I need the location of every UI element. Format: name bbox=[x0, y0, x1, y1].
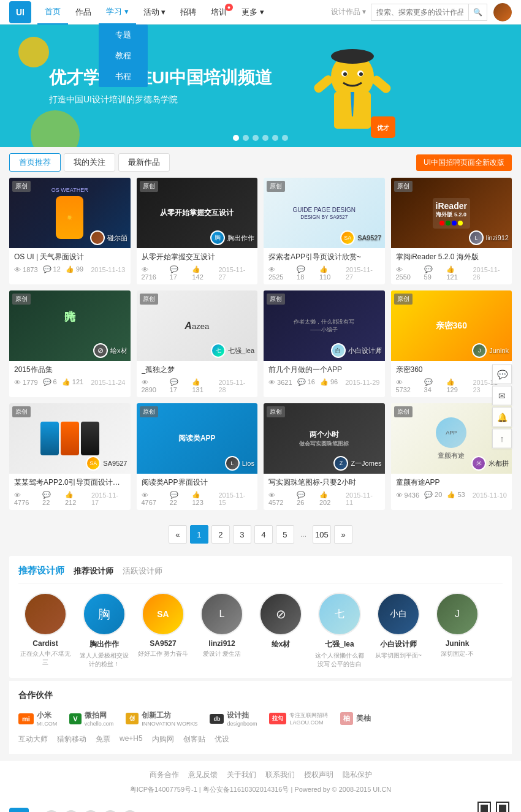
footer-link-business[interactable]: 商务合作 bbox=[150, 770, 179, 780]
designer-card-1[interactable]: Cardist 正在众人中,不堪无三 bbox=[18, 593, 72, 669]
partner-lagou[interactable]: 拉勾 专注互联网招聘 LAGOU.COM bbox=[269, 711, 328, 726]
search-input[interactable] bbox=[371, 4, 469, 21]
user-avatar[interactable] bbox=[493, 3, 512, 21]
nav-activity[interactable]: 活动 ▾ bbox=[136, 0, 173, 25]
dot-3[interactable] bbox=[253, 135, 259, 141]
stat-views-10: 👁 4767 bbox=[142, 491, 165, 506]
dot-1[interactable] bbox=[233, 135, 239, 141]
designer-card-3[interactable]: SA SA9527 好好工作 努力奋斗 bbox=[136, 593, 190, 669]
dot-5[interactable] bbox=[272, 135, 278, 141]
side-btn-1[interactable]: 💬 bbox=[492, 364, 512, 384]
link-liebao[interactable]: 猎豹移动 bbox=[57, 734, 86, 745]
work-card-7[interactable]: 原创 作者太懒，什么都没有写——小编子 白 小白设计师 前几个月做的一个APP … bbox=[264, 290, 385, 397]
stat-views-12: 👁 9436 bbox=[396, 491, 420, 499]
page-next[interactable]: » bbox=[334, 525, 352, 544]
work-card-5[interactable]: 原创 時光 ⊘ 绘x材 2015作品集 👁 1779 💬 6 👍 121 201… bbox=[9, 290, 131, 397]
banner-subtitle: 打造中国UI设计培训的罗德岛学院 bbox=[49, 94, 272, 105]
dot-6[interactable] bbox=[282, 135, 288, 141]
work-label-1: 原创 bbox=[12, 181, 31, 192]
footer-link-privacy[interactable]: 隐私保护 bbox=[343, 770, 372, 780]
page-ellipsis: ... bbox=[297, 530, 310, 539]
nav-more[interactable]: 更多 ▾ bbox=[234, 0, 272, 25]
footer-link-about[interactable]: 关于我们 bbox=[227, 770, 256, 780]
work-card-2[interactable]: 原创 从零开始掌握交互设计 胸 胸出作作 从零开始掌握交互设计 👁 2716 💬… bbox=[137, 178, 258, 284]
announce-button[interactable]: UI中国招聘页面全新改版 bbox=[416, 154, 512, 171]
designer-card-6[interactable]: 七 七强_lea 这个人很懒什么都没写 公平的告白 bbox=[313, 593, 367, 669]
link-neigou[interactable]: 内购网 bbox=[152, 734, 174, 745]
stat-comments-4: 💬 59 bbox=[424, 265, 442, 281]
work-card-11[interactable]: 原创 两个小时 做会写实圆珠笔图标 Z Z一Jomes 写实圆珠笔图标-只要2小… bbox=[264, 403, 385, 510]
dot-2[interactable] bbox=[243, 135, 249, 141]
page-105[interactable]: 105 bbox=[313, 525, 331, 544]
designer-card-7[interactable]: 小白 小白设计师 从零切图到平面~ bbox=[371, 593, 425, 669]
dropdown-zhuanti[interactable]: 专题 bbox=[99, 25, 148, 45]
designer-card-8[interactable]: J Junink 深切固定-不 bbox=[430, 593, 484, 669]
designer-card-4[interactable]: L linzi912 爱设计 爱生活 bbox=[195, 593, 249, 669]
dropdown-shucheng[interactable]: 书程 bbox=[99, 66, 148, 87]
tab-latest-works[interactable]: 最新作品 bbox=[118, 153, 170, 172]
search-button[interactable]: 🔍 bbox=[469, 4, 487, 21]
work-title-5: 2015作品集 bbox=[14, 365, 126, 375]
designer-card-2[interactable]: 胸 胸出作作 迷人人爱极相交设计的粉丝！ bbox=[77, 593, 131, 669]
link-hudong[interactable]: 互动大师 bbox=[18, 734, 48, 745]
partner-meiyou[interactable]: 柚 美柚 bbox=[340, 712, 371, 725]
partner-innovation[interactable]: 创 创新工坊 INNOVATION WORKS bbox=[126, 710, 197, 727]
page-prev[interactable]: « bbox=[169, 525, 187, 544]
footer-link-contact[interactable]: 联系我们 bbox=[265, 770, 295, 780]
designers-title: 推荐设计师 bbox=[18, 565, 64, 577]
side-btn-top[interactable]: ↑ bbox=[492, 428, 512, 448]
stat-date-1: 2015-11-13 bbox=[91, 266, 125, 273]
nav-training[interactable]: 培训 ● bbox=[203, 0, 234, 25]
design-works-link[interactable]: 设计作品 ▾ bbox=[331, 7, 366, 17]
page-2[interactable]: 2 bbox=[211, 525, 230, 544]
link-chuangketie[interactable]: 创客贴 bbox=[183, 734, 205, 745]
footer-link-auth[interactable]: 授权声明 bbox=[304, 770, 333, 780]
work-thumb-text-8: 亲密360 bbox=[427, 311, 476, 341]
tab-my-follows[interactable]: 我的关注 bbox=[64, 153, 115, 172]
nav-home[interactable]: 首页 bbox=[37, 0, 68, 25]
svg-point-5 bbox=[343, 72, 347, 76]
work-card-1[interactable]: 原创 OS WEATHER ☀️ 碰尔皕 OS UI | 天气界面设计 👁 18… bbox=[9, 178, 131, 284]
work-card-10[interactable]: 原创 阅读类APP L Lios 阅读类APP界面设计 👁 4767 💬 22 … bbox=[137, 403, 258, 510]
tab-homepage-recommend[interactable]: 首页推荐 bbox=[9, 153, 61, 172]
stat-comments-8: 💬 34 bbox=[424, 378, 442, 393]
svg-point-2 bbox=[331, 49, 374, 64]
page-4[interactable]: 4 bbox=[254, 525, 273, 544]
author-name-9: SA9527 bbox=[103, 460, 127, 467]
work-author-1: 碰尔皕 bbox=[90, 230, 127, 245]
designer-avatar-4: L bbox=[200, 593, 243, 636]
author-avatar-8: J bbox=[472, 343, 487, 358]
banner-decoration-yellow bbox=[18, 37, 49, 67]
designer-card-5[interactable]: ⊘ 绘x材 bbox=[254, 593, 308, 669]
link-weh5[interactable]: we+H5 bbox=[120, 734, 143, 745]
link-youset[interactable]: 优设 bbox=[215, 734, 229, 745]
work-thumb-text-6: Aazea bbox=[175, 311, 218, 341]
work-author-10: L Lios bbox=[225, 456, 254, 471]
dot-4[interactable] bbox=[262, 135, 268, 141]
logo[interactable]: UI bbox=[9, 1, 31, 23]
dropdown-jiaocheng[interactable]: 教程 bbox=[99, 45, 148, 66]
link-mianpiao[interactable]: 免票 bbox=[96, 734, 110, 745]
work-author-5: ⊘ 绘x材 bbox=[93, 343, 127, 358]
partner-designboom[interactable]: db 设计拙 designboom bbox=[210, 710, 257, 727]
xiaomi-icon: mi bbox=[18, 713, 34, 724]
partner-vchello[interactable]: V 微拍网 vchello.com bbox=[69, 710, 113, 727]
tab-recommended-designers[interactable]: 推荐设计师 bbox=[74, 566, 113, 577]
page-1[interactable]: 1 bbox=[190, 525, 208, 544]
work-card-6[interactable]: 原创 Aazea 七 七强_lea _孤独之梦 👁 2890 💬 17 👍 13… bbox=[137, 290, 258, 397]
nav-works[interactable]: 作品 bbox=[68, 0, 99, 25]
side-btn-2[interactable]: ✉ bbox=[492, 385, 512, 405]
work-card-9[interactable]: 原创 SA SA9527 某某驾考APP2.0引导页面设计欣赏~ 👁 4776 … bbox=[9, 403, 131, 510]
work-label-6: 原创 bbox=[140, 294, 158, 305]
work-card-3[interactable]: 原创 GUIDE PAGE DESIGNDESIGN BY SA9527 SA … bbox=[264, 178, 385, 284]
svg-rect-14 bbox=[481, 805, 488, 812]
side-btn-bell[interactable]: 🔔 bbox=[492, 407, 512, 427]
nav-recruit[interactable]: 招聘 bbox=[173, 0, 203, 25]
nav-learn[interactable]: 学习 ▾ 专题 教程 书程 bbox=[99, 0, 136, 25]
page-5[interactable]: 5 bbox=[276, 525, 294, 544]
footer-link-feedback[interactable]: 意见反馈 bbox=[188, 770, 218, 780]
page-3[interactable]: 3 bbox=[233, 525, 251, 544]
partner-xiaomi[interactable]: mi 小米 MI.COM bbox=[18, 710, 57, 727]
tab-active-designers[interactable]: 活跃设计师 bbox=[123, 566, 162, 577]
work-card-4[interactable]: 原创 iReader 海外版 5.2.0 L linzi912 bbox=[391, 178, 512, 284]
